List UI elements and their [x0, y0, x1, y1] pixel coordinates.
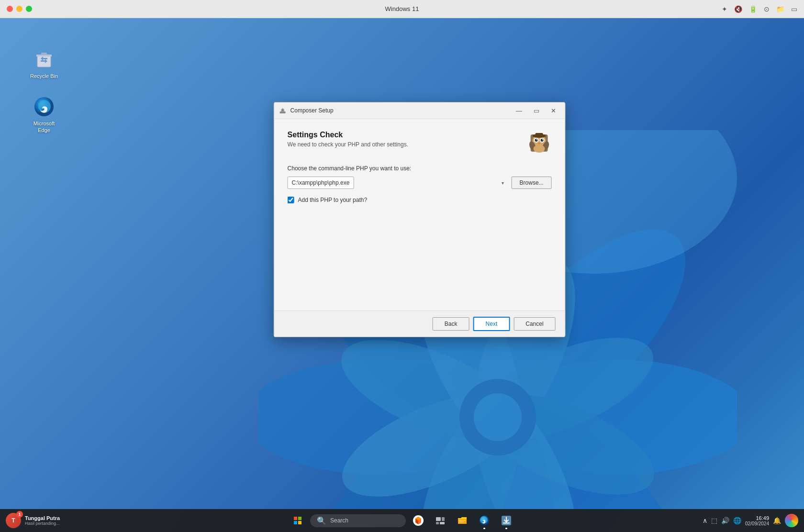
svg-rect-52 [503, 522, 510, 524]
browse-button[interactable]: Browse... [512, 177, 552, 189]
svg-rect-44 [436, 517, 441, 521]
dialog-header-text: Settings Check We need to check your PHP… [288, 131, 408, 148]
search-text: Search [330, 517, 348, 524]
desktop-icon-recycle-bin[interactable]: Recycle Bin [25, 45, 63, 82]
svg-rect-23 [280, 111, 286, 113]
dialog-content: Settings Check We need to check your PHP… [274, 119, 565, 310]
taskbar: T 1 Tunggal Putra Hasil pertanding... [0, 509, 804, 532]
taskbar-composer[interactable] [497, 511, 516, 530]
taskbar-center: 🔍 Search [111, 511, 693, 530]
svg-rect-39 [294, 517, 297, 520]
mac-window-buttons [7, 6, 32, 12]
user-info: Tunggal Putra Hasil pertanding... [25, 515, 60, 526]
mac-close-button[interactable] [7, 6, 13, 12]
svg-point-31 [536, 139, 537, 140]
desktop-icon-edge[interactable]: Microsoft Edge [25, 92, 63, 137]
add-to-path-row: Add this PHP to your path? [288, 197, 552, 203]
mac-maximize-button[interactable] [26, 6, 32, 12]
tray-network-icon[interactable]: 🌐 [733, 517, 741, 524]
composer-dialog[interactable]: Composer Setup — ▭ ✕ Settings Check We n… [274, 102, 566, 337]
brightness-icon: ✦ [722, 5, 727, 13]
svg-rect-46 [436, 522, 439, 524]
tray-volume-icon[interactable]: 🔊 [721, 517, 729, 524]
folder-icon: 📁 [776, 5, 784, 13]
color-widget-icon[interactable] [785, 514, 798, 527]
mute-icon: 🔇 [734, 5, 742, 13]
taskbar-left: T 1 Tunggal Putra Hasil pertanding... [6, 513, 111, 528]
mac-titlebar: Windows 11 ✦ 🔇 🔋 ⊙ 📁 ▭ [0, 0, 804, 18]
svg-rect-49 [459, 521, 464, 522]
user-status: Hasil pertanding... [25, 521, 60, 526]
add-to-path-label: Add this PHP to your path? [298, 197, 368, 203]
clock-section[interactable]: 16:49 02/09/2024 [745, 515, 769, 526]
edge-label: Microsoft Edge [28, 120, 60, 134]
taskbar-file-explorer[interactable] [453, 511, 472, 530]
svg-point-32 [542, 139, 543, 140]
edge-icon [33, 95, 56, 118]
dialog-heading: Settings Check [288, 131, 408, 139]
notification-badge-count: 1 [16, 511, 23, 518]
mac-window-title: Windows 11 [385, 5, 419, 12]
mac-toolbar-icons: ✦ 🔇 🔋 ⊙ 📁 ▭ [722, 5, 797, 13]
svg-point-38 [534, 145, 545, 153]
cancel-button[interactable]: Cancel [514, 317, 555, 331]
next-button[interactable]: Next [473, 317, 510, 331]
svg-rect-35 [536, 133, 543, 137]
tray-screen-icon[interactable]: ⬚ [711, 517, 717, 524]
svg-rect-21 [41, 53, 47, 55]
start-button[interactable] [288, 511, 307, 530]
section-label: Choose the command-line PHP you want to … [288, 165, 552, 172]
notification-area[interactable]: T 1 [6, 513, 21, 528]
taskbar-task-view[interactable] [431, 511, 450, 530]
back-button[interactable]: Back [433, 317, 469, 331]
dialog-header: Settings Check We need to check your PHP… [288, 131, 552, 155]
svg-rect-40 [298, 517, 302, 520]
screen-icon: ▭ [791, 5, 797, 13]
dialog-titlebar: Composer Setup — ▭ ✕ [274, 102, 565, 119]
svg-point-17 [474, 393, 522, 441]
dialog-minimize-button[interactable]: — [513, 105, 526, 116]
taskbar-edge[interactable] [475, 511, 494, 530]
svg-rect-48 [459, 520, 466, 521]
search-bar[interactable]: 🔍 Search [310, 514, 406, 527]
svg-rect-47 [440, 522, 445, 524]
taskbar-kite-app[interactable] [409, 511, 428, 530]
battery-icon: 🔋 [749, 5, 757, 13]
mac-minimize-button[interactable] [16, 6, 22, 12]
php-path-select[interactable]: C:\xampp\php\php.exe [288, 177, 354, 189]
php-select-row: C:\xampp\php\php.exe Browse... [288, 177, 552, 189]
recycle-bin-icon [33, 48, 56, 71]
recycle-bin-label: Recycle Bin [30, 73, 58, 79]
dialog-close-button[interactable]: ✕ [547, 105, 560, 116]
svg-rect-42 [298, 521, 302, 524]
wifi-icon: ⊙ [764, 5, 770, 13]
clock-date: 02/09/2024 [745, 521, 769, 526]
php-path-wrapper: C:\xampp\php\php.exe [288, 177, 508, 189]
dialog-maximize-button[interactable]: ▭ [530, 105, 543, 116]
taskbar-right: ∧ ⬚ 🔊 🌐 16:49 02/09/2024 🔔 [693, 514, 798, 527]
user-name: Tunggal Putra [25, 515, 60, 521]
search-icon: 🔍 [317, 516, 326, 525]
composer-logo-icon [527, 131, 552, 155]
tray-expand-icon[interactable]: ∧ [703, 517, 707, 524]
clock-time: 16:49 [756, 515, 769, 521]
add-to-path-checkbox[interactable] [288, 197, 294, 203]
composer-title-icon [279, 107, 287, 114]
svg-point-24 [282, 110, 283, 111]
dialog-subtext: We need to check your PHP and other sett… [288, 141, 408, 148]
desktop: Recycle Bin Microsoft Edge [0, 18, 804, 532]
svg-rect-41 [294, 521, 297, 524]
dialog-footer: Back Next Cancel [274, 310, 565, 337]
notification-bell-icon[interactable]: 🔔 [773, 517, 781, 524]
dialog-title-text: Composer Setup [290, 107, 509, 114]
svg-rect-45 [442, 517, 445, 521]
